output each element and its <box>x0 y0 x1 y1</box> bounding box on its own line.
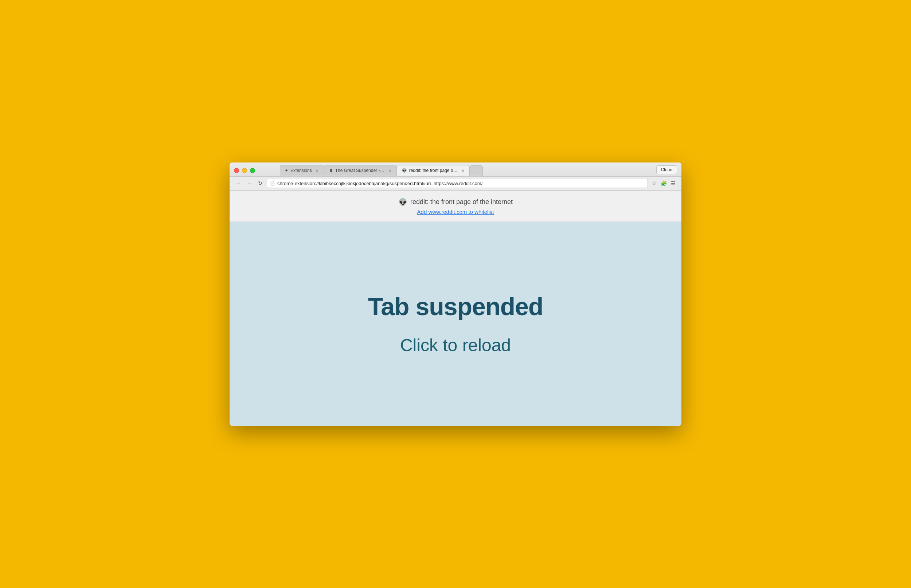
desktop: ✦ Extensions ✕ ⏸ The Great Suspender - C… <box>0 0 911 588</box>
back-icon: ← <box>236 180 241 186</box>
forward-icon: → <box>247 180 252 186</box>
reddit-header-icon: 👽 <box>398 198 407 207</box>
whitelist-link[interactable]: Add www.reddit.com to whitelist <box>229 209 682 215</box>
close-button[interactable] <box>234 168 239 173</box>
reddit-tab-icon: 👽 <box>402 168 407 173</box>
tab-great-suspender[interactable]: ⏸ The Great Suspender - Ch… ✕ <box>324 165 397 176</box>
browser-window: ✦ Extensions ✕ ⏸ The Great Suspender - C… <box>229 163 682 426</box>
site-title-text: reddit: the front page of the internet <box>410 198 513 206</box>
menu-icon[interactable]: ☰ <box>669 179 677 187</box>
tab-suspended-heading: Tab suspended <box>368 292 543 321</box>
reddit-tab-label: reddit: the front page of th… <box>409 168 458 173</box>
tab-close-extensions[interactable]: ✕ <box>314 168 320 173</box>
title-bar: ✦ Extensions ✕ ⏸ The Great Suspender - C… <box>229 163 682 191</box>
tabs-row: ✦ Extensions ✕ ⏸ The Great Suspender - C… <box>277 165 486 176</box>
new-tab-placeholder <box>470 165 483 176</box>
minimize-button[interactable] <box>242 168 247 173</box>
tab-extensions[interactable]: ✦ Extensions ✕ <box>280 165 324 176</box>
suspended-site-title: 👽 reddit: the front page of the internet <box>229 198 682 207</box>
suspended-header: 👽 reddit: the front page of the internet… <box>229 191 682 222</box>
star-icon[interactable]: ☆ <box>650 179 658 187</box>
address-bar-row: ← → ↻ 📄 chrome-extension://klbibkeccnjlk… <box>229 176 682 190</box>
url-display: chrome-extension://klbibkeccnjlkjkiokjod… <box>277 181 644 186</box>
click-to-reload-text: Click to reload <box>400 335 511 355</box>
extensions-tab-icon: ✦ <box>284 168 288 173</box>
address-bar-actions: ☆ 🧩 ☰ <box>650 179 677 187</box>
clean-button[interactable]: Clean <box>656 165 677 174</box>
traffic-lights <box>234 168 255 173</box>
reload-button[interactable]: ↻ <box>256 179 265 187</box>
suspender-tab-label: The Great Suspender - Ch… <box>335 168 385 173</box>
tab-close-suspender[interactable]: ✕ <box>387 168 393 173</box>
back-button[interactable]: ← <box>234 179 243 187</box>
tab-reddit[interactable]: 👽 reddit: the front page of th… ✕ <box>397 165 470 176</box>
reload-icon: ↻ <box>258 180 262 186</box>
lock-icon: 📄 <box>270 181 275 186</box>
address-bar[interactable]: 📄 chrome-extension://klbibkeccnjlkjkiokj… <box>267 179 648 188</box>
maximize-button[interactable] <box>250 168 255 173</box>
tab-close-reddit[interactable]: ✕ <box>460 168 466 173</box>
extensions-icon[interactable]: 🧩 <box>659 179 667 187</box>
forward-button[interactable]: → <box>245 179 254 187</box>
suspender-tab-icon: ⏸ <box>329 168 333 173</box>
extensions-tab-label: Extensions <box>291 168 312 173</box>
suspended-content[interactable]: Tab suspended Click to reload <box>229 222 682 426</box>
title-bar-content: ✦ Extensions ✕ ⏸ The Great Suspender - C… <box>229 163 682 176</box>
